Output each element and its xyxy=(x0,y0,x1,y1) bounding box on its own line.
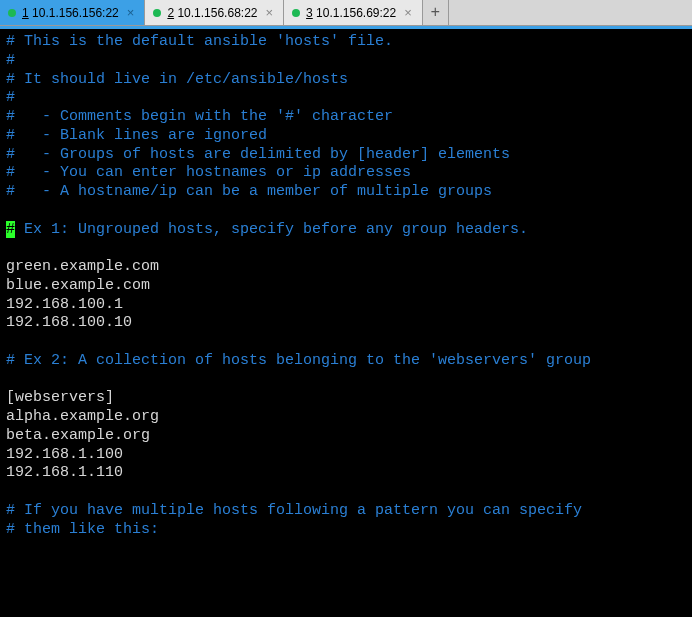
status-dot-icon xyxy=(8,9,16,17)
terminal-line: # - Comments begin with the '#' characte… xyxy=(6,108,686,127)
terminal-line: # - Blank lines are ignored xyxy=(6,127,686,146)
terminal-line: [webservers] xyxy=(6,389,686,408)
terminal-line: 192.168.100.10 xyxy=(6,314,686,333)
close-icon[interactable]: × xyxy=(402,5,414,20)
terminal-line: # - You can enter hostnames or ip addres… xyxy=(6,164,686,183)
cursor: # xyxy=(6,221,15,238)
terminal-line: # xyxy=(6,89,686,108)
terminal-line: green.example.com xyxy=(6,258,686,277)
status-dot-icon xyxy=(292,9,300,17)
tab-label: 1 10.1.156.156:22 xyxy=(22,6,119,20)
terminal-line: # This is the default ansible 'hosts' fi… xyxy=(6,33,686,52)
tab-label: 2 10.1.156.68:22 xyxy=(167,6,257,20)
terminal-line xyxy=(6,202,686,221)
terminal-line: # It should live in /etc/ansible/hosts xyxy=(6,71,686,90)
terminal-line xyxy=(6,371,686,390)
tab-2[interactable]: 2 10.1.156.68:22 × xyxy=(145,0,284,25)
terminal-line: alpha.example.org xyxy=(6,408,686,427)
terminal-line: 192.168.1.100 xyxy=(6,446,686,465)
close-icon[interactable]: × xyxy=(125,5,137,20)
terminal-line: # - Groups of hosts are delimited by [he… xyxy=(6,146,686,165)
close-icon[interactable]: × xyxy=(263,5,275,20)
terminal-line xyxy=(6,239,686,258)
terminal-line: 192.168.1.110 xyxy=(6,464,686,483)
terminal-line xyxy=(6,333,686,352)
terminal-line: 192.168.100.1 xyxy=(6,296,686,315)
tab-label: 3 10.1.156.69:22 xyxy=(306,6,396,20)
terminal-line: blue.example.com xyxy=(6,277,686,296)
terminal-viewport[interactable]: # This is the default ansible 'hosts' fi… xyxy=(0,26,692,617)
terminal-line: # Ex 2: A collection of hosts belonging … xyxy=(6,352,686,371)
terminal-line: # If you have multiple hosts following a… xyxy=(6,502,686,521)
status-dot-icon xyxy=(153,9,161,17)
new-tab-button[interactable]: + xyxy=(423,0,449,25)
terminal-line: # - A hostname/ip can be a member of mul… xyxy=(6,183,686,202)
tab-bar: 1 10.1.156.156:22 × 2 10.1.156.68:22 × 3… xyxy=(0,0,692,26)
terminal-line: # them like this: xyxy=(6,521,686,540)
tab-3[interactable]: 3 10.1.156.69:22 × xyxy=(284,0,423,25)
terminal-line xyxy=(6,483,686,502)
terminal-line: # xyxy=(6,52,686,71)
terminal-line: beta.example.org xyxy=(6,427,686,446)
terminal-line: # Ex 1: Ungrouped hosts, specify before … xyxy=(6,221,686,240)
tab-1[interactable]: 1 10.1.156.156:22 × xyxy=(0,0,145,25)
